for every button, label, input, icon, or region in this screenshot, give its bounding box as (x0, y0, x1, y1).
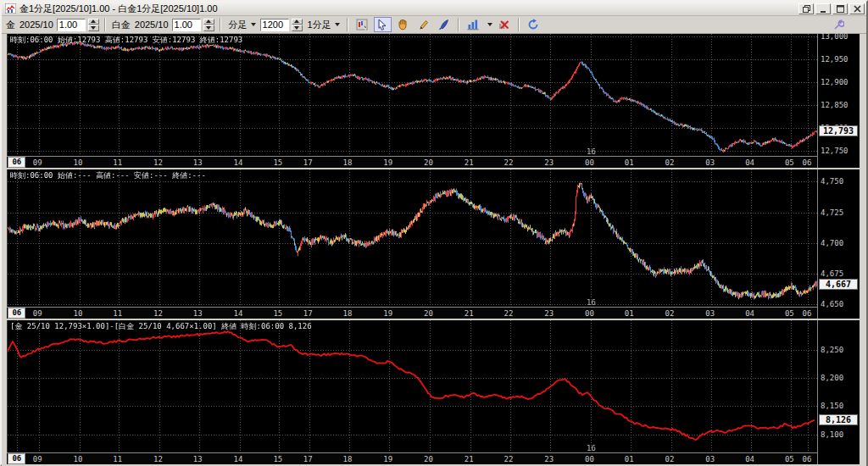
time-tick-label: 01 (625, 158, 634, 167)
stepper-up-button[interactable] (292, 19, 303, 25)
time-tick-label: 17 (303, 309, 313, 318)
platinum-multiplier-stepper (203, 19, 214, 31)
time-tick-label: 23 (544, 455, 554, 463)
down-arrow-icon (294, 26, 299, 30)
time-tick-label: 23 (544, 158, 554, 167)
platinum-last-price-box: 4,667 (819, 279, 858, 290)
time-tick-label: 01 (625, 455, 634, 463)
toolbar: 金 2025/10 白金 2025/10 分足 1分足 (2, 16, 866, 34)
time-tick-label: 19 (383, 158, 392, 167)
time-tick-label: 06 (802, 309, 811, 318)
time-tick-label: 10 (74, 309, 83, 318)
time-tick-label: 13 (193, 455, 203, 463)
time-tick-label: 19 (383, 309, 392, 318)
price-tick-label: 8,150 (821, 402, 843, 410)
time-tick-label: 22 (504, 158, 514, 167)
pencil-draw-button[interactable] (415, 17, 432, 32)
time-tick-label: 21 (465, 158, 474, 167)
close-icon (854, 5, 861, 13)
time-tick-label: 20 (424, 309, 433, 318)
price-tick-label: 12,750 (821, 147, 849, 155)
hand-pan-icon (397, 19, 409, 31)
time-tick-label: 06 (802, 158, 811, 167)
spread-last-price-box: 8,126 (819, 414, 858, 425)
delete-chart-button[interactable] (495, 17, 513, 32)
platinum-chart-canvas[interactable] (8, 169, 817, 307)
platinum-contract-month: 2025/10 (134, 19, 170, 30)
time-tick-label: 12 (153, 309, 163, 318)
price-tick-label: 12,950 (821, 55, 849, 64)
date-marker: 16 (587, 298, 596, 307)
wrench-settings-icon (833, 19, 844, 31)
cursor-select-button[interactable] (374, 17, 392, 32)
close-button[interactable] (849, 3, 865, 14)
up-arrow-icon (206, 19, 211, 23)
stepper-up-button[interactable] (88, 19, 99, 25)
time-tick-label: 00 (585, 158, 594, 167)
chart-tool-button[interactable] (353, 17, 371, 32)
time-tick-label: 13 (193, 309, 203, 318)
time-tick-label: 04 (745, 158, 754, 167)
chevron-down-icon[interactable] (487, 23, 492, 26)
gold-chart-canvas[interactable] (8, 34, 817, 156)
time-tick-label: 20 (424, 158, 433, 167)
price-tick-label: 12,900 (821, 78, 849, 86)
minimize-button[interactable] (815, 3, 831, 14)
time-tick-label: 06 (802, 455, 811, 463)
time-tick-label: 14 (234, 309, 243, 318)
settings-wrench-button[interactable] (830, 17, 848, 32)
chart-panel-spread: [金 25/10 12,793×1.00]-[白金 25/10 4,667×1.… (7, 319, 860, 464)
up-arrow-icon (91, 19, 96, 23)
price-tick-label: 8,200 (821, 374, 843, 382)
stepper-down-button[interactable] (203, 25, 214, 31)
time-tick-label: 05 (785, 309, 794, 318)
time-tick-label: 03 (705, 309, 715, 318)
price-tick-label: 4,650 (821, 300, 843, 308)
platinum-plot-area[interactable]: 時刻:06:00 始値:--- 高値:--- 安値:--- 終値:--- 16 (7, 169, 817, 307)
toolbar-separator (458, 18, 459, 31)
window-copy-button[interactable] (798, 3, 814, 14)
platinum-price-axis: 4,6504,6754,7004,7254,750 4,667 (817, 169, 860, 319)
price-tick-label: 4,700 (821, 239, 843, 247)
time-tick-label: 12 (153, 158, 163, 167)
stepper-down-button[interactable] (292, 25, 303, 31)
spread-plot-area[interactable]: [金 25/10 12,793×1.00]-[白金 25/10 4,667×1.… (7, 320, 817, 452)
platinum-info-line: 時刻:06:00 始値:--- 高値:--- 安値:--- 終値:--- (10, 170, 206, 181)
window-copy-icon (803, 5, 810, 13)
pen-annotate-icon (437, 19, 449, 31)
toolbar-separator (104, 18, 106, 31)
bar-count-input[interactable] (260, 19, 289, 31)
price-tick-label: 4,750 (821, 177, 843, 186)
gold-plot-area[interactable]: 時刻:06:00 始値:12793 高値:12793 安値:12793 終値:1… (7, 34, 817, 156)
price-tick-label: 8,250 (821, 346, 843, 354)
toolbar-separator (347, 18, 348, 31)
spread-chart-canvas[interactable] (8, 320, 817, 452)
bar-chart-type-button[interactable] (465, 17, 482, 32)
time-tick-label: 03 (705, 158, 715, 167)
time-tick-label: 21 (465, 455, 474, 463)
time-tick-label: 18 (343, 158, 353, 167)
refresh-button[interactable] (525, 17, 542, 32)
price-tick-label: 4,725 (821, 208, 843, 217)
gold-multiplier-input[interactable] (57, 19, 86, 31)
platinum-multiplier-input[interactable] (172, 19, 201, 31)
time-tick-label: 10 (74, 158, 83, 167)
down-arrow-icon (91, 26, 96, 30)
bar-type-dropdown[interactable]: 分足 (226, 18, 258, 32)
stepper-down-button[interactable] (88, 25, 99, 31)
stepper-up-button[interactable] (203, 19, 214, 25)
maximize-button[interactable] (832, 3, 848, 14)
cursor-select-icon (376, 19, 388, 31)
maximize-icon (837, 5, 844, 13)
hand-pan-button[interactable] (394, 17, 412, 32)
time-tick-label: 04 (745, 309, 754, 318)
time-tick-label: 13 (193, 158, 203, 167)
time-tick-label: 03 (705, 455, 715, 463)
chevron-down-icon (251, 23, 256, 26)
interval-dropdown[interactable]: 1分足 (305, 18, 342, 32)
titlebar[interactable]: 金1分足[2025/10]1.00 - 白金1分足[2025/10]1.00 (2, 2, 866, 16)
toolbar-separator (518, 18, 520, 31)
time-tick-label: 11 (113, 158, 122, 167)
pen-annotate-button[interactable] (435, 17, 453, 32)
time-tick-label: 01 (625, 309, 634, 318)
